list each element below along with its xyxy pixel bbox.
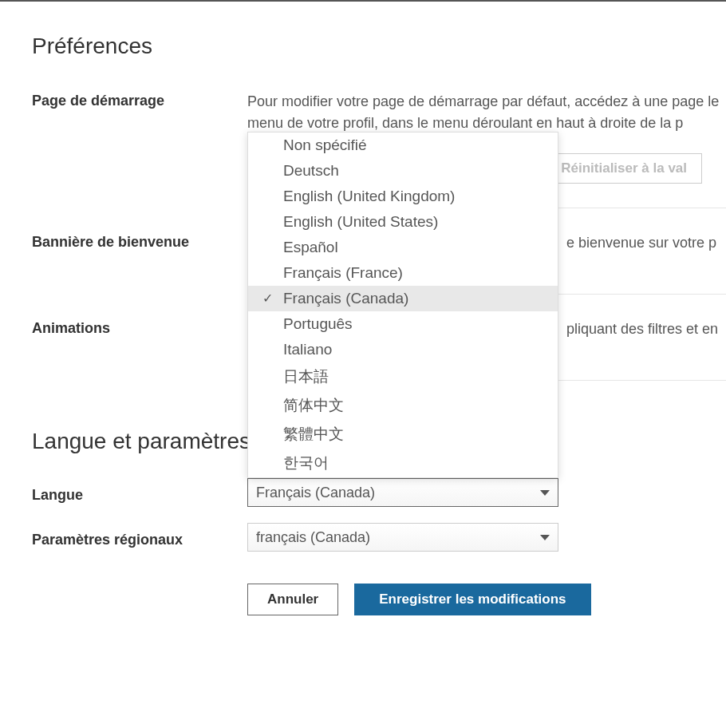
language-option[interactable]: Non spécifié — [248, 133, 558, 158]
language-option[interactable]: 简体中文 — [248, 391, 558, 420]
language-option[interactable]: Deutsch — [248, 158, 558, 184]
language-option-label: Italiano — [283, 341, 332, 358]
cancel-button[interactable]: Annuler — [247, 584, 338, 615]
language-option-label: Deutsch — [283, 162, 339, 179]
language-option-label: Français (Canada) — [283, 290, 408, 307]
language-option-label: 简体中文 — [283, 397, 344, 413]
language-option-label: English (United Kingdom) — [283, 188, 455, 204]
start-page-label: Page de démarrage — [32, 91, 247, 109]
language-option-label: 日本語 — [283, 368, 329, 385]
start-page-description: Pour modifier votre page de démarrage pa… — [247, 91, 726, 134]
language-option[interactable]: 繁體中文 — [248, 420, 558, 449]
animations-fragment: pliquant des filtres et en — [566, 321, 718, 337]
language-select[interactable]: Français (Canada) — [247, 478, 558, 507]
save-button[interactable]: Enregistrer les modifications — [354, 584, 590, 615]
welcome-banner-label: Bannière de bienvenue — [32, 232, 247, 251]
language-option[interactable]: 日本語 — [248, 362, 558, 391]
language-selected-value: Français (Canada) — [256, 485, 375, 501]
check-icon: ✓ — [262, 291, 273, 306]
locale-select[interactable]: français (Canada) — [247, 523, 558, 552]
language-option[interactable]: ✓Français (Canada) — [248, 286, 558, 311]
language-option[interactable]: Français (France) — [248, 260, 558, 286]
language-option[interactable]: Português — [248, 311, 558, 337]
language-option[interactable]: English (United States) — [248, 209, 558, 235]
locale-label: Paramètres régionaux — [32, 527, 247, 548]
language-option-label: 한국어 — [283, 454, 329, 471]
language-option[interactable]: 한국어 — [248, 449, 558, 477]
language-dropdown-list[interactable]: Non spécifiéDeutschEnglish (United Kingd… — [247, 132, 558, 478]
animations-label: Animations — [32, 318, 247, 337]
caret-down-icon — [540, 490, 550, 496]
language-option-label: Français (France) — [283, 264, 403, 281]
language-option-label: Português — [283, 315, 353, 332]
language-option-label: Non spécifié — [283, 136, 367, 153]
locale-selected-value: français (Canada) — [256, 529, 370, 546]
reset-start-page-button[interactable]: Réinitialiser à la val — [546, 153, 702, 184]
language-option-label: Español — [283, 239, 338, 255]
caret-down-icon — [540, 535, 550, 540]
language-option[interactable]: Español — [248, 235, 558, 260]
language-option-label: English (United States) — [283, 213, 438, 230]
preferences-heading: Préférences — [32, 34, 726, 59]
language-option[interactable]: English (United Kingdom) — [248, 184, 558, 209]
language-option[interactable]: Italiano — [248, 337, 558, 362]
language-label: Langue — [32, 482, 247, 504]
language-option-label: 繁體中文 — [283, 425, 344, 442]
welcome-banner-fragment: e bienvenue sur votre p — [566, 235, 716, 251]
